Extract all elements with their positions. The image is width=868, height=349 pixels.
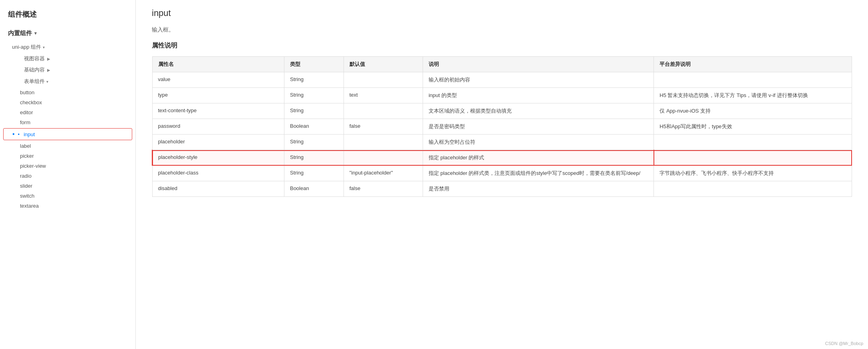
active-dot: • [18, 131, 20, 137]
td-desc: 输入框为空时占位符 [423, 135, 653, 150]
th-platform: 平台差异说明 [654, 57, 852, 72]
td-default [344, 135, 423, 150]
group-arrow: ▾ [46, 79, 48, 84]
td-type: Boolean [284, 181, 344, 197]
sidebar-item-picker[interactable]: picker [0, 151, 135, 161]
item-label: 视图容器 [24, 55, 45, 62]
td-platform: H5和App写此属性时，type失效 [654, 119, 852, 135]
table-row: placeholder-styleString指定 placeholder 的样… [152, 150, 852, 166]
section-arrow: ▾ [34, 31, 37, 36]
td-platform: 仅 App-nvue-iOS 支持 [654, 103, 852, 119]
td-name: placeholder-class [152, 166, 284, 181]
th-desc: 说明 [423, 57, 653, 72]
td-desc: 指定 placeholder 的样式 [423, 150, 653, 166]
td-default: false [344, 181, 423, 197]
td-type: Boolean [284, 119, 344, 135]
sidebar-item-slider[interactable]: slider [0, 181, 135, 191]
props-table: 属性名 类型 默认值 说明 平台差异说明 valueString输入框的初始内容… [152, 56, 852, 197]
group-arrow: ▾ [43, 45, 45, 50]
section-attr-title: 属性说明 [152, 42, 852, 50]
td-default: false [344, 119, 423, 135]
td-default [344, 150, 423, 166]
table-header-row: 属性名 类型 默认值 说明 平台差异说明 [152, 57, 852, 72]
table-row: text-content-typeString文本区域的语义，根据类型自动填充仅… [152, 103, 852, 119]
sidebar-item-label[interactable]: label [0, 141, 135, 151]
td-platform: 字节跳动小程序、飞书小程序、快手小程序不支持 [654, 166, 852, 181]
td-desc: 是否禁用 [423, 181, 653, 197]
main-content: input 输入框。 属性说明 属性名 类型 默认值 说明 平台差异说明 val… [136, 0, 868, 349]
table-row: disabledBooleanfalse是否禁用 [152, 181, 852, 197]
td-name: value [152, 72, 284, 88]
td-type: String [284, 88, 344, 103]
group-label: uni-app 组件 [12, 44, 41, 51]
sidebar: 组件概述 内置组件 ▾ uni-app 组件 ▾ 视图容器 ▶ 基础内容 ▶ 表… [0, 0, 136, 349]
sidebar-group-form[interactable]: 表单组件 ▾ [0, 75, 135, 87]
table-row: passwordBooleanfalse是否是密码类型H5和App写此属性时，t… [152, 119, 852, 135]
sidebar-main-title: 组件概述 [0, 6, 135, 26]
item-label: 基础内容 [24, 66, 45, 73]
sidebar-item-基础内容[interactable]: 基础内容 ▶ [0, 64, 135, 75]
td-default: "input-placeholder" [344, 166, 423, 181]
sidebar-item-radio[interactable]: radio [0, 171, 135, 181]
td-desc: 是否是密码类型 [423, 119, 653, 135]
sidebar-item-switch[interactable]: switch [0, 191, 135, 201]
table-row: valueString输入框的初始内容 [152, 72, 852, 88]
sidebar-item-picker-view[interactable]: picker-view [0, 161, 135, 171]
td-default: text [344, 88, 423, 103]
td-name: password [152, 119, 284, 135]
table-row: placeholder-classString"input-placeholde… [152, 166, 852, 181]
item-arrow: ▶ [47, 57, 50, 61]
description: 输入框。 [152, 26, 852, 34]
td-name: type [152, 88, 284, 103]
td-type: String [284, 150, 344, 166]
watermark: CSDN @Mr_Bobcp [825, 341, 863, 346]
sidebar-item-textarea[interactable]: textarea [0, 201, 135, 211]
sidebar-group-uniapp[interactable]: uni-app 组件 ▾ [0, 41, 135, 53]
page-title: input [152, 8, 852, 18]
th-default: 默认值 [344, 57, 423, 72]
td-default [344, 103, 423, 119]
th-type: 类型 [284, 57, 344, 72]
group-label: 表单组件 [24, 78, 45, 85]
sidebar-item-checkbox[interactable]: checkbox [0, 97, 135, 107]
td-name: disabled [152, 181, 284, 197]
td-platform [654, 150, 852, 166]
td-desc: 输入框的初始内容 [423, 72, 653, 88]
th-name: 属性名 [152, 57, 284, 72]
td-default [344, 72, 423, 88]
sidebar-section-built-in[interactable]: 内置组件 ▾ [0, 26, 135, 41]
td-platform: H5 暂未支持动态切换，详见下方 Tips，请使用 v-if 进行整体切换 [654, 88, 852, 103]
td-platform [654, 181, 852, 197]
td-platform [654, 72, 852, 88]
sidebar-item-input[interactable]: • input [4, 129, 132, 140]
sidebar-item-editor[interactable]: editor [0, 107, 135, 117]
td-desc: input 的类型 [423, 88, 653, 103]
sidebar-item-button[interactable]: button [0, 87, 135, 97]
td-name: placeholder [152, 135, 284, 150]
td-desc: 文本区域的语义，根据类型自动填充 [423, 103, 653, 119]
item-arrow: ▶ [47, 68, 50, 72]
td-platform [654, 135, 852, 150]
td-type: String [284, 72, 344, 88]
sidebar-section-label: 内置组件 [8, 30, 32, 37]
item-label: input [24, 131, 35, 137]
td-name: placeholder-style [152, 150, 284, 166]
td-desc: 指定 placeholder 的样式类，注意页面或组件的style中写了scop… [423, 166, 653, 181]
td-type: String [284, 166, 344, 181]
table-row: placeholderString输入框为空时占位符 [152, 135, 852, 150]
sidebar-item-form[interactable]: form [0, 117, 135, 127]
td-name: text-content-type [152, 103, 284, 119]
td-type: String [284, 103, 344, 119]
td-type: String [284, 135, 344, 150]
sidebar-item-视图容器[interactable]: 视图容器 ▶ [0, 53, 135, 64]
table-row: typeStringtextinput 的类型H5 暂未支持动态切换，详见下方 … [152, 88, 852, 103]
